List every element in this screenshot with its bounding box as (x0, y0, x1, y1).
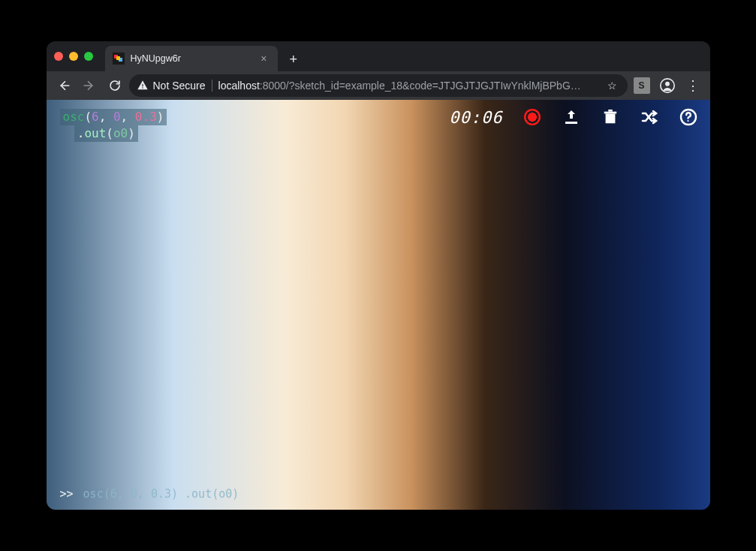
code-editor[interactable]: osc(6, 0, 0.3) .out(o0) (60, 109, 167, 142)
record-button[interactable] (523, 107, 542, 127)
warning-icon (137, 80, 149, 92)
console-prompt: >> (60, 487, 74, 501)
browser-window: HyNUpgw6r × + Not Secure localhost:8000/… (47, 41, 710, 510)
new-tab-button[interactable]: + (284, 49, 304, 71)
upload-icon (562, 108, 580, 126)
shuffle-icon (640, 108, 659, 126)
svg-rect-7 (142, 87, 143, 88)
reload-icon (108, 79, 122, 92)
help-icon (679, 108, 697, 126)
not-secure-label: Not Secure (153, 80, 206, 92)
url-text: localhost:8000/?sketch_id=example_18&cod… (218, 80, 581, 92)
favicon-icon (113, 53, 125, 65)
forward-button[interactable] (78, 74, 101, 97)
extension-s-icon: S (634, 77, 650, 94)
window-maximize-button[interactable] (84, 52, 93, 61)
user-icon (659, 77, 676, 94)
svg-rect-12 (604, 112, 616, 114)
code-line-2[interactable]: .out(o0) (60, 125, 167, 142)
bookmark-button[interactable]: ☆ (604, 80, 620, 92)
svg-rect-11 (605, 113, 615, 123)
timer-display: 00:06 (449, 108, 502, 127)
reload-button[interactable] (104, 74, 126, 97)
url-host: localhost (218, 80, 260, 92)
window-controls (54, 52, 93, 61)
upload-button[interactable] (562, 107, 581, 127)
arrow-right-icon (83, 79, 96, 92)
tab-close-button[interactable]: × (258, 51, 270, 66)
page-content: osc(6, 0, 0.3) .out(o0) 00:06 >> osc(6, (47, 100, 710, 510)
trash-icon (602, 109, 619, 125)
arrow-left-icon (57, 79, 71, 92)
profile-button[interactable] (656, 74, 679, 97)
console-text: osc(6, 0, 0.3) .out(o0) (83, 487, 239, 501)
console-output: >> osc(6, 0, 0.3) .out(o0) (60, 487, 239, 501)
security-indicator[interactable]: Not Secure (137, 80, 212, 92)
clear-button[interactable] (601, 107, 620, 127)
svg-rect-10 (565, 122, 577, 124)
window-minimize-button[interactable] (69, 52, 78, 61)
svg-rect-6 (142, 84, 143, 86)
url-path: :8000/?sketch_id=example_18&code=JTJGJTJ… (260, 80, 581, 92)
record-icon (524, 109, 541, 125)
back-button[interactable] (53, 74, 75, 97)
svg-point-15 (687, 120, 688, 122)
extension-badge[interactable]: S (631, 74, 653, 97)
tab-bar: HyNUpgw6r × + (47, 41, 710, 71)
svg-rect-13 (608, 110, 613, 112)
shuffle-button[interactable] (640, 107, 659, 127)
svg-point-9 (665, 82, 670, 86)
svg-rect-3 (116, 56, 120, 60)
browser-tab[interactable]: HyNUpgw6r × (105, 46, 278, 71)
help-button[interactable] (679, 107, 698, 127)
browser-menu-button[interactable]: ⋮ (682, 74, 704, 97)
browser-toolbar: Not Secure localhost:8000/?sketch_id=exa… (47, 71, 710, 100)
tab-title: HyNUpgw6r (131, 53, 252, 64)
code-line-1[interactable]: osc(6, 0, 0.3) (60, 109, 167, 125)
hud-toolbar: 00:06 (449, 107, 697, 127)
window-close-button[interactable] (54, 52, 63, 61)
address-bar[interactable]: Not Secure localhost:8000/?sketch_id=exa… (129, 74, 628, 97)
